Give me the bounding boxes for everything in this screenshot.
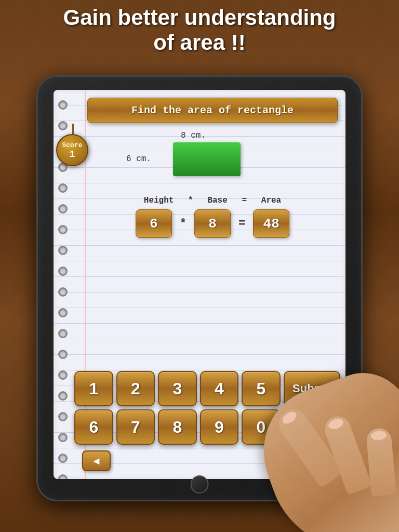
notebook-content: Find the area of rectangle 8 cm. 6 cm. H… xyxy=(72,90,345,479)
equals-op-label: = xyxy=(238,196,251,205)
height-value-box: 6 xyxy=(136,209,172,238)
area-formula-label: Area xyxy=(261,196,281,205)
equals-operator: = xyxy=(238,217,245,230)
formula-boxes: 6 * 8 = 48 xyxy=(87,209,338,238)
area-value-box: 48 xyxy=(253,209,289,238)
score-label: Score xyxy=(62,141,82,149)
spiral-ring xyxy=(58,412,68,421)
keypad: 1 2 3 4 5 Submit 6 7 8 9 0 clear xyxy=(72,368,343,450)
spiral-ring xyxy=(58,329,68,338)
spiral-ring xyxy=(58,433,68,442)
keypad-row-2: 6 7 8 9 0 clear xyxy=(74,409,340,445)
question-text: Find the area of rectangle xyxy=(131,104,294,116)
rectangle-shape xyxy=(173,142,241,176)
key-2-button[interactable]: 2 xyxy=(116,371,155,406)
key-8-button[interactable]: 8 xyxy=(158,409,197,445)
key-4-button[interactable]: 4 xyxy=(200,371,239,406)
spiral-ring xyxy=(58,287,68,297)
spiral-ring xyxy=(58,100,68,110)
multiply-op-label: * xyxy=(184,196,197,205)
key-5-button[interactable]: 5 xyxy=(242,371,281,406)
multiply-operator: * xyxy=(180,217,187,230)
score-badge: Score 1 xyxy=(56,124,90,166)
key-3-button[interactable]: 3 xyxy=(158,371,197,406)
diagram-area: 8 cm. 6 cm. xyxy=(118,131,338,188)
score-circle: Score 1 xyxy=(56,134,88,166)
score-string xyxy=(72,124,74,134)
spiral-ring xyxy=(58,225,68,234)
key-1-button[interactable]: 1 xyxy=(74,371,113,406)
height-label: 6 cm. xyxy=(126,154,151,164)
spiral-ring xyxy=(58,308,68,317)
key-9-button[interactable]: 9 xyxy=(200,409,239,445)
score-value: 1 xyxy=(70,149,75,159)
height-formula-label: Height xyxy=(144,196,174,205)
question-banner: Find the area of rectangle xyxy=(87,98,338,123)
width-label: 8 cm. xyxy=(181,131,206,140)
spiral-ring xyxy=(58,246,68,255)
back-icon: ◄ xyxy=(91,455,102,467)
formula-section: Height * Base = Area 6 * 8 = 48 xyxy=(87,196,338,238)
spiral-ring xyxy=(58,370,68,380)
spiral-ring xyxy=(58,454,68,463)
spiral-ring xyxy=(58,391,68,401)
key-0-button[interactable]: 0 xyxy=(242,409,281,445)
tablet-frame: Score 1 Find the area of rectangle 8 cm.… xyxy=(36,75,363,501)
base-value-box: 8 xyxy=(194,209,231,238)
spiral-ring xyxy=(58,350,68,359)
base-formula-label: Base xyxy=(207,196,227,205)
spiral-ring xyxy=(58,204,68,214)
notebook: Score 1 Find the area of rectangle 8 cm.… xyxy=(54,90,345,479)
spiral-ring xyxy=(58,474,68,479)
key-7-button[interactable]: 7 xyxy=(116,409,155,445)
keypad-row-1: 1 2 3 4 5 Submit xyxy=(74,371,340,406)
title-area: Gain better understanding of area !! xyxy=(0,5,399,56)
app-title: Gain better understanding of area !! xyxy=(0,5,399,56)
spiral-ring xyxy=(58,267,68,276)
submit-button[interactable]: Submit xyxy=(284,371,340,406)
formula-labels: Height * Base = Area xyxy=(87,196,338,205)
back-button[interactable]: ◄ xyxy=(82,450,111,471)
spiral-ring xyxy=(58,183,68,193)
key-6-button[interactable]: 6 xyxy=(74,409,113,445)
clear-button[interactable]: clear xyxy=(284,409,340,445)
